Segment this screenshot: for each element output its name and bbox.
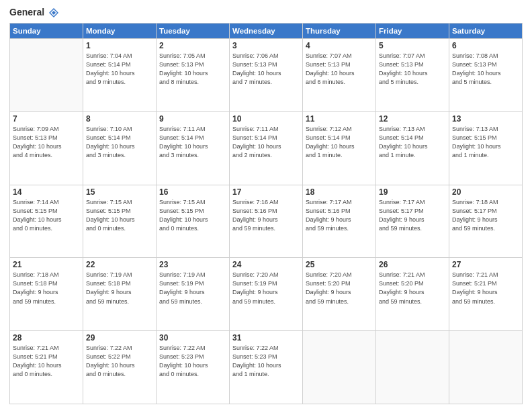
calendar-cell: 29Sunrise: 7:22 AMSunset: 5:22 PMDayligh… [83, 331, 157, 404]
day-info: Sunrise: 7:20 AMSunset: 5:19 PMDaylight:… [232, 271, 300, 306]
day-number: 20 [452, 187, 519, 197]
week-row-5: 28Sunrise: 7:21 AMSunset: 5:21 PMDayligh… [10, 331, 523, 404]
day-info: Sunrise: 7:13 AMSunset: 5:14 PMDaylight:… [379, 125, 446, 160]
calendar-cell: 16Sunrise: 7:15 AMSunset: 5:15 PMDayligh… [157, 185, 230, 258]
day-info: Sunrise: 7:08 AMSunset: 5:13 PMDaylight:… [452, 52, 519, 87]
logo-text: General [9, 7, 60, 19]
day-info: Sunrise: 7:21 AMSunset: 5:21 PMDaylight:… [452, 271, 519, 306]
calendar-cell: 2Sunrise: 7:05 AMSunset: 5:13 PMDaylight… [157, 39, 230, 112]
day-number: 9 [159, 114, 226, 124]
weekday-monday: Monday [83, 24, 157, 39]
weekday-saturday: Saturday [449, 24, 523, 39]
day-info: Sunrise: 7:15 AMSunset: 5:15 PMDaylight:… [159, 198, 226, 233]
day-number: 6 [452, 41, 519, 50]
day-number: 19 [379, 187, 446, 197]
calendar-cell: 13Sunrise: 7:13 AMSunset: 5:15 PMDayligh… [449, 111, 523, 185]
day-info: Sunrise: 7:19 AMSunset: 5:18 PMDaylight:… [86, 271, 153, 306]
day-number: 8 [86, 114, 153, 124]
calendar-cell: 9Sunrise: 7:11 AMSunset: 5:14 PMDaylight… [157, 111, 230, 185]
calendar-cell: 14Sunrise: 7:14 AMSunset: 5:15 PMDayligh… [10, 185, 83, 258]
calendar-cell: 8Sunrise: 7:10 AMSunset: 5:14 PMDaylight… [83, 111, 157, 185]
calendar-cell: 24Sunrise: 7:20 AMSunset: 5:19 PMDayligh… [230, 258, 303, 331]
day-info: Sunrise: 7:14 AMSunset: 5:15 PMDaylight:… [13, 198, 80, 233]
calendar-cell: 30Sunrise: 7:22 AMSunset: 5:23 PMDayligh… [157, 331, 230, 404]
weekday-tuesday: Tuesday [157, 24, 230, 39]
day-number: 11 [306, 114, 373, 124]
day-number: 24 [232, 260, 300, 269]
calendar-cell: 28Sunrise: 7:21 AMSunset: 5:21 PMDayligh… [10, 331, 83, 404]
calendar-cell: 31Sunrise: 7:22 AMSunset: 5:23 PMDayligh… [230, 331, 303, 404]
day-number: 2 [159, 41, 226, 50]
day-info: Sunrise: 7:22 AMSunset: 5:22 PMDaylight:… [86, 344, 153, 379]
calendar-cell: 22Sunrise: 7:19 AMSunset: 5:18 PMDayligh… [83, 258, 157, 331]
logo-icon [48, 7, 60, 19]
calendar-cell: 12Sunrise: 7:13 AMSunset: 5:14 PMDayligh… [376, 111, 449, 185]
calendar: SundayMondayTuesdayWednesdayThursdayFrid… [9, 23, 523, 404]
day-info: Sunrise: 7:21 AMSunset: 5:21 PMDaylight:… [13, 344, 80, 379]
calendar-cell [376, 331, 449, 404]
day-info: Sunrise: 7:07 AMSunset: 5:13 PMDaylight:… [306, 52, 373, 87]
day-number: 28 [13, 333, 80, 342]
calendar-cell: 7Sunrise: 7:09 AMSunset: 5:13 PMDaylight… [10, 111, 83, 185]
day-number: 26 [379, 260, 446, 269]
calendar-cell: 15Sunrise: 7:15 AMSunset: 5:15 PMDayligh… [83, 185, 157, 258]
calendar-cell [10, 39, 83, 112]
day-info: Sunrise: 7:18 AMSunset: 5:17 PMDaylight:… [452, 198, 519, 233]
weekday-friday: Friday [376, 24, 449, 39]
day-number: 5 [379, 41, 446, 50]
day-info: Sunrise: 7:22 AMSunset: 5:23 PMDaylight:… [232, 344, 300, 379]
day-number: 27 [452, 260, 519, 269]
day-number: 14 [13, 187, 80, 197]
day-info: Sunrise: 7:11 AMSunset: 5:14 PMDaylight:… [159, 125, 226, 160]
day-number: 21 [13, 260, 80, 269]
calendar-cell [449, 331, 523, 404]
day-number: 25 [306, 260, 373, 269]
day-number: 23 [159, 260, 226, 269]
calendar-cell: 23Sunrise: 7:19 AMSunset: 5:19 PMDayligh… [157, 258, 230, 331]
day-number: 3 [232, 41, 300, 50]
calendar-cell: 3Sunrise: 7:06 AMSunset: 5:13 PMDaylight… [230, 39, 303, 112]
calendar-cell: 1Sunrise: 7:04 AMSunset: 5:14 PMDaylight… [83, 39, 157, 112]
day-number: 31 [232, 333, 300, 342]
logo: General [9, 7, 60, 19]
day-info: Sunrise: 7:15 AMSunset: 5:15 PMDaylight:… [86, 198, 153, 233]
day-info: Sunrise: 7:19 AMSunset: 5:19 PMDaylight:… [159, 271, 226, 306]
calendar-cell: 11Sunrise: 7:12 AMSunset: 5:14 PMDayligh… [303, 111, 376, 185]
day-info: Sunrise: 7:17 AMSunset: 5:16 PMDaylight:… [306, 198, 373, 233]
day-number: 7 [13, 114, 80, 124]
weekday-thursday: Thursday [303, 24, 376, 39]
day-number: 13 [452, 114, 519, 124]
day-number: 12 [379, 114, 446, 124]
day-info: Sunrise: 7:09 AMSunset: 5:13 PMDaylight:… [13, 125, 80, 160]
calendar-cell: 18Sunrise: 7:17 AMSunset: 5:16 PMDayligh… [303, 185, 376, 258]
weekday-wednesday: Wednesday [230, 24, 303, 39]
day-info: Sunrise: 7:20 AMSunset: 5:20 PMDaylight:… [306, 271, 373, 306]
day-info: Sunrise: 7:07 AMSunset: 5:13 PMDaylight:… [379, 52, 446, 87]
calendar-cell: 25Sunrise: 7:20 AMSunset: 5:20 PMDayligh… [303, 258, 376, 331]
week-row-1: 1Sunrise: 7:04 AMSunset: 5:14 PMDaylight… [10, 39, 523, 112]
day-info: Sunrise: 7:05 AMSunset: 5:13 PMDaylight:… [159, 52, 226, 87]
calendar-cell: 21Sunrise: 7:18 AMSunset: 5:18 PMDayligh… [10, 258, 83, 331]
day-number: 22 [86, 260, 153, 269]
calendar-cell: 19Sunrise: 7:17 AMSunset: 5:17 PMDayligh… [376, 185, 449, 258]
week-row-4: 21Sunrise: 7:18 AMSunset: 5:18 PMDayligh… [10, 258, 523, 331]
day-info: Sunrise: 7:21 AMSunset: 5:20 PMDaylight:… [379, 271, 446, 306]
page: General SundayMondayTuesdayWednesdayThur… [0, 0, 532, 411]
header: General [9, 7, 523, 19]
weekday-header-row: SundayMondayTuesdayWednesdayThursdayFrid… [10, 24, 523, 39]
week-row-2: 7Sunrise: 7:09 AMSunset: 5:13 PMDaylight… [10, 111, 523, 185]
calendar-cell: 26Sunrise: 7:21 AMSunset: 5:20 PMDayligh… [376, 258, 449, 331]
calendar-cell [303, 331, 376, 404]
day-number: 10 [232, 114, 300, 124]
weekday-sunday: Sunday [10, 24, 83, 39]
day-info: Sunrise: 7:10 AMSunset: 5:14 PMDaylight:… [86, 125, 153, 160]
calendar-cell: 5Sunrise: 7:07 AMSunset: 5:13 PMDaylight… [376, 39, 449, 112]
day-number: 4 [306, 41, 373, 50]
calendar-cell: 10Sunrise: 7:11 AMSunset: 5:14 PMDayligh… [230, 111, 303, 185]
day-number: 1 [86, 41, 153, 50]
day-number: 30 [159, 333, 226, 342]
day-info: Sunrise: 7:04 AMSunset: 5:14 PMDaylight:… [86, 52, 153, 87]
day-info: Sunrise: 7:13 AMSunset: 5:15 PMDaylight:… [452, 125, 519, 160]
calendar-cell: 27Sunrise: 7:21 AMSunset: 5:21 PMDayligh… [449, 258, 523, 331]
day-info: Sunrise: 7:17 AMSunset: 5:17 PMDaylight:… [379, 198, 446, 233]
